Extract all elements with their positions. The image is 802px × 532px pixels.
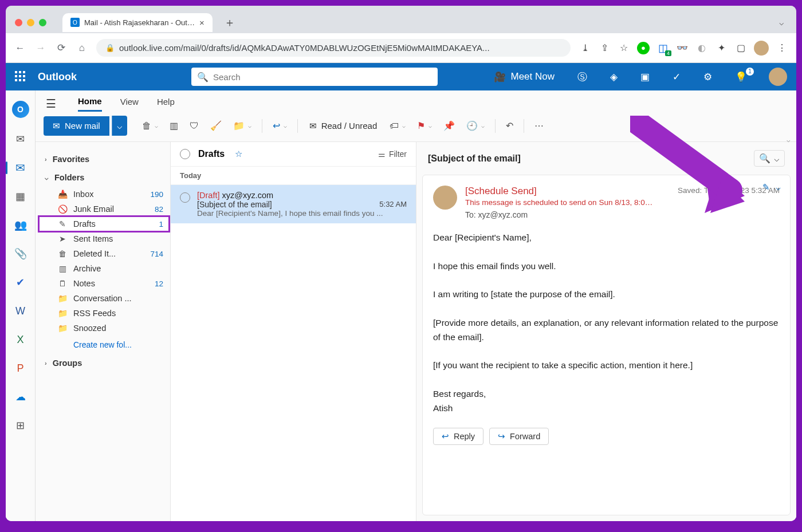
- folder-inbox[interactable]: 📥Inbox190: [39, 187, 169, 202]
- pin-button[interactable]: 📌: [439, 117, 459, 135]
- meet-now-button[interactable]: 🎥 Meet Now: [488, 69, 560, 85]
- message-item[interactable]: [Draft] xyz@xyz.com [Subject of the emai…: [171, 185, 416, 223]
- ribbon-actions: ✉ New mail ⌵ 🗑⌵ ▥ 🛡 🧹 📁⌵ ↩⌵ ✉ Read / Unr…: [36, 112, 796, 142]
- message-list-header: Drafts ☆ ⚌ Filter: [171, 142, 416, 167]
- more-apps-icon[interactable]: ⊞: [13, 418, 28, 433]
- close-tab-icon[interactable]: ×: [199, 18, 205, 27]
- forward-button[interactable]: ↪ Forward: [489, 428, 549, 445]
- snooze-button[interactable]: 🕘⌵: [462, 117, 489, 135]
- ribbon-expand-icon[interactable]: ⌵: [787, 136, 791, 144]
- new-mail-button[interactable]: ✉ New mail: [44, 116, 109, 136]
- todo-nav-icon[interactable]: ✔: [13, 275, 28, 290]
- fullscreen-window-icon[interactable]: [39, 19, 46, 26]
- word-app-icon[interactable]: W: [13, 304, 28, 318]
- folder-sent[interactable]: ➤Sent Items: [39, 231, 169, 246]
- home-button[interactable]: ⌂: [76, 42, 88, 54]
- minimize-window-icon[interactable]: [27, 19, 34, 26]
- settings-gear-icon[interactable]: ⚙: [698, 69, 718, 85]
- tab-help[interactable]: Help: [157, 97, 175, 111]
- hamburger-icon[interactable]: ☰: [46, 97, 56, 111]
- search-input[interactable]: [213, 72, 432, 82]
- tab-view[interactable]: View: [120, 97, 139, 111]
- mail-compact-icon[interactable]: ✉: [13, 132, 28, 147]
- folder-drafts[interactable]: ✎Drafts1: [39, 216, 169, 231]
- reload-button[interactable]: ⟳: [55, 42, 68, 54]
- browser-menu-icon[interactable]: ⋮: [776, 42, 788, 54]
- groups-header[interactable]: › Groups: [39, 354, 169, 372]
- extension-grey-icon[interactable]: ◐: [695, 42, 708, 54]
- onedrive-app-icon[interactable]: ☁: [13, 389, 28, 404]
- install-pwa-icon[interactable]: ⤓: [579, 42, 591, 54]
- close-window-icon[interactable]: [15, 19, 22, 26]
- browser-profile-avatar[interactable]: [754, 41, 769, 56]
- message-body: Dear [Recipient's Name], I hope this ema…: [433, 231, 780, 415]
- extension-green-icon[interactable]: ●: [637, 42, 650, 54]
- sidepanel-icon[interactable]: ▢: [734, 42, 747, 54]
- files-nav-icon[interactable]: 📎: [13, 246, 28, 261]
- premium-icon[interactable]: ◈: [604, 69, 623, 85]
- back-button[interactable]: ←: [14, 42, 26, 54]
- extensions-puzzle-icon[interactable]: ✦: [715, 42, 728, 54]
- powerpoint-app-icon[interactable]: P: [13, 361, 28, 376]
- delete-button[interactable]: 🗑⌵: [137, 117, 163, 135]
- user-avatar[interactable]: [769, 68, 787, 86]
- zoom-control[interactable]: 🔍 ⌵: [754, 150, 785, 167]
- todo-icon[interactable]: ✓: [667, 69, 686, 85]
- teams-icon[interactable]: ▣: [635, 69, 655, 85]
- folder-notes[interactable]: 🗒Notes12: [39, 276, 169, 291]
- browser-tab[interactable]: O Mail - Atish Rajasekharan - Out… ×: [62, 13, 213, 32]
- excel-app-icon[interactable]: X: [13, 332, 28, 347]
- skype-icon[interactable]: Ⓢ: [572, 68, 593, 86]
- tab-overflow-icon[interactable]: ⌵: [779, 18, 784, 27]
- read-unread-button[interactable]: ✉ Read / Unread: [304, 117, 383, 135]
- extension-glasses-icon[interactable]: 👓: [676, 42, 689, 54]
- new-tab-button[interactable]: ＋: [224, 15, 235, 30]
- search-box[interactable]: 🔍: [191, 68, 438, 86]
- favorites-header[interactable]: › Favorites: [39, 150, 169, 168]
- reply-all-button[interactable]: ↩⌵: [268, 117, 292, 135]
- folders-header[interactable]: ⌵ Folders: [39, 168, 169, 187]
- forward-button[interactable]: →: [34, 42, 47, 54]
- moveto-button[interactable]: 📁⌵: [229, 117, 256, 135]
- edit-pencil-icon[interactable]: ✎: [762, 182, 770, 192]
- message-checkbox[interactable]: [180, 192, 190, 203]
- archive-button[interactable]: ▥: [165, 117, 183, 135]
- folder-snoozed[interactable]: 📁Snoozed: [39, 321, 169, 336]
- browser-actions: ⤓ ⇪ ☆ ● ◫4 👓 ◐ ✦ ▢ ⋮: [579, 41, 788, 56]
- sweep-button[interactable]: 🧹: [206, 117, 226, 135]
- flag-button[interactable]: ⚑⌵: [412, 117, 437, 135]
- browser-toolbar: ← → ⟳ ⌂ 🔒 outlook.live.com/mail/0/drafts…: [6, 33, 796, 63]
- extension-bookmark-badge-icon[interactable]: ◫4: [656, 42, 669, 54]
- outlook-app-icon[interactable]: O: [12, 101, 29, 118]
- filter-label: Filter: [389, 149, 407, 159]
- reply-button[interactable]: ↩ Reply: [433, 428, 483, 445]
- more-actions-button[interactable]: ⋯: [530, 117, 548, 135]
- people-nav-icon[interactable]: 👥: [13, 218, 28, 232]
- mail-nav-icon[interactable]: ✉: [13, 160, 28, 175]
- folder-archive[interactable]: ▥Archive: [39, 261, 169, 276]
- bookmark-icon[interactable]: ☆: [618, 42, 630, 54]
- undo-button[interactable]: ↶: [501, 117, 518, 135]
- calendar-nav-icon[interactable]: ▦: [13, 189, 28, 204]
- archive-icon: ▥: [57, 264, 68, 273]
- tab-home[interactable]: Home: [78, 96, 102, 112]
- folder-rss[interactable]: 📁RSS Feeds: [39, 306, 169, 321]
- create-folder-link[interactable]: Create new fol...: [39, 336, 169, 354]
- share-icon[interactable]: ⇪: [598, 42, 611, 54]
- outlook-favicon-icon: O: [70, 18, 80, 27]
- folder-conversation[interactable]: 📁Conversation ...: [39, 291, 169, 306]
- tips-bulb-icon[interactable]: 💡1: [729, 69, 753, 85]
- new-mail-dropdown[interactable]: ⌵: [112, 116, 127, 136]
- report-button[interactable]: 🛡: [185, 117, 203, 135]
- address-bar[interactable]: 🔒 outlook.live.com/mail/0/drafts/id/AQMk…: [96, 39, 571, 57]
- tag-button[interactable]: 🏷⌵: [385, 117, 410, 135]
- schedule-send-title: [Schedule Send]: [465, 186, 670, 197]
- select-all-checkbox[interactable]: [180, 149, 190, 159]
- folder-deleted[interactable]: 🗑Deleted It...714: [39, 246, 169, 261]
- folder-junk[interactable]: 🚫Junk Email82: [39, 202, 169, 216]
- expand-chevron-icon[interactable]: ⌵: [776, 182, 781, 192]
- filter-button[interactable]: ⚌ Filter: [378, 149, 407, 159]
- favorite-star-icon[interactable]: ☆: [235, 149, 242, 159]
- app-launcher-icon[interactable]: [15, 71, 26, 82]
- reply-arrow-icon: ↩: [442, 432, 449, 441]
